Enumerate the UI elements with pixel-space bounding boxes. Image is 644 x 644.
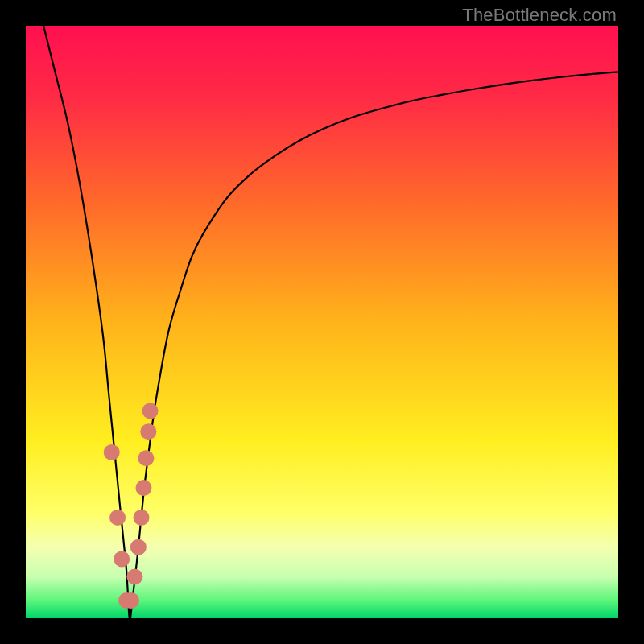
data-point bbox=[130, 539, 147, 555]
data-point bbox=[134, 510, 150, 526]
watermark-text: TheBottleneck.com bbox=[462, 5, 617, 26]
data-point bbox=[104, 444, 120, 460]
data-point bbox=[142, 402, 159, 419]
data-point bbox=[126, 568, 142, 584]
plot-area bbox=[26, 26, 618, 618]
bottleneck-curve bbox=[26, 26, 618, 618]
data-point bbox=[140, 423, 156, 440]
chart-frame: TheBottleneck.com bbox=[0, 0, 644, 644]
data-point bbox=[135, 480, 151, 496]
data-point bbox=[109, 510, 126, 526]
data-point bbox=[138, 450, 154, 466]
data-point bbox=[114, 551, 130, 567]
data-point bbox=[123, 592, 139, 609]
